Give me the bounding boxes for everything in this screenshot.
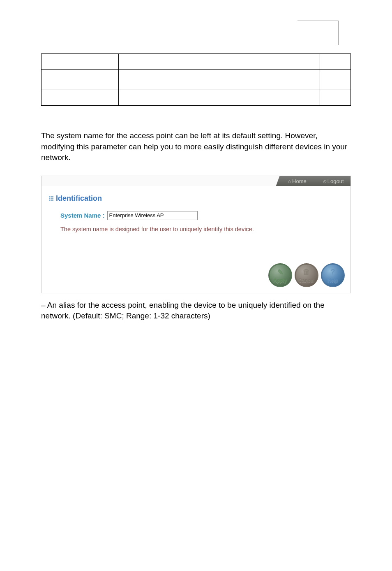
logout-tab-label: Logout xyxy=(327,178,344,184)
logout-tab[interactable]: ⎋ Logout xyxy=(312,176,350,186)
home-tab-label: Home xyxy=(292,178,307,184)
grid-icon xyxy=(49,196,53,201)
apply-icon: ✎ xyxy=(277,268,284,277)
page-corner-mark xyxy=(314,21,339,45)
cancel-icon: 🗑 xyxy=(303,268,310,276)
page-content: The system name for the access point can… xyxy=(0,0,392,322)
footer-description: – An alias for the access point, enablin… xyxy=(41,300,351,322)
section-header: Identification xyxy=(49,194,343,203)
help-icon: ? xyxy=(331,268,335,276)
panel-tab-bar: ⌂ Home ⎋ Logout xyxy=(42,176,350,186)
system-name-row: System Name : xyxy=(60,211,343,220)
action-buttons: ✎ Apply 🗑 Cancel ? Help xyxy=(268,263,345,287)
system-name-input[interactable] xyxy=(107,211,198,220)
top-table xyxy=(41,53,351,106)
apply-button[interactable]: ✎ Apply xyxy=(268,263,292,287)
panel-body: Identification System Name : The system … xyxy=(42,186,350,293)
system-name-label: System Name : xyxy=(60,212,105,219)
intro-paragraph: The system name for the access point can… xyxy=(41,130,351,163)
help-button[interactable]: ? Help xyxy=(321,263,345,287)
home-icon: ⌂ xyxy=(288,178,291,184)
help-button-label: Help xyxy=(327,278,338,283)
logout-icon: ⎋ xyxy=(323,178,326,184)
cancel-button[interactable]: 🗑 Cancel xyxy=(295,263,318,287)
apply-button-label: Apply xyxy=(273,278,287,283)
section-title: Identification xyxy=(56,194,102,203)
system-name-helper: The system name is designed for the user… xyxy=(60,226,343,232)
cancel-button-label: Cancel xyxy=(298,278,314,283)
identification-panel: ⌂ Home ⎋ Logout Identification xyxy=(41,176,351,293)
home-tab[interactable]: ⌂ Home xyxy=(276,176,318,186)
